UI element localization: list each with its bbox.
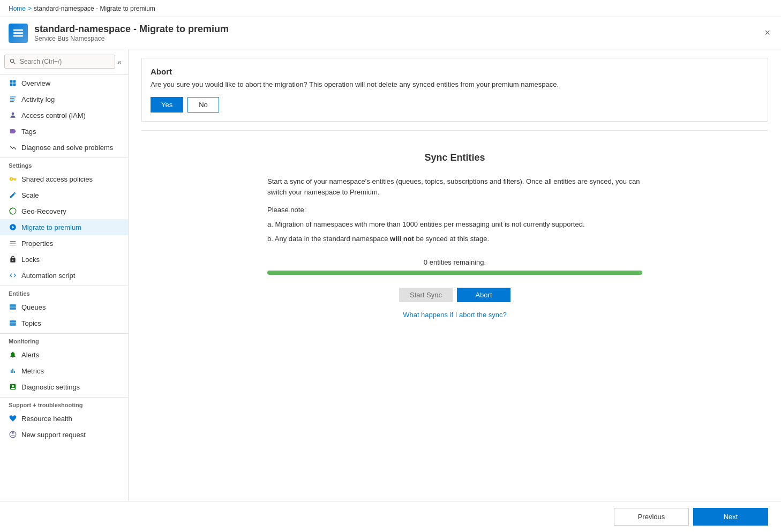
breadcrumb-home[interactable]: Home xyxy=(9,5,26,12)
sync-note-item-1: a. Migration of namespaces with more tha… xyxy=(267,218,642,230)
topbar: Home > standard-namespace - Migrate to p… xyxy=(0,0,781,17)
sidebar-item-resource-health[interactable]: Resource health xyxy=(0,410,128,426)
lock-icon xyxy=(9,255,17,264)
sidebar-item-tags[interactable]: Tags xyxy=(0,123,128,139)
svg-rect-16 xyxy=(10,320,16,321)
svg-rect-7 xyxy=(10,96,16,97)
topics-icon xyxy=(9,319,17,327)
svg-rect-0 xyxy=(13,29,23,31)
properties-icon xyxy=(9,239,17,248)
sync-note-label: Please note: xyxy=(267,206,642,214)
sidebar-item-scale[interactable]: Scale xyxy=(0,187,128,203)
sidebar-item-label: Diagnostic settings xyxy=(21,383,80,391)
sidebar-item-label: New support request xyxy=(21,431,86,439)
sidebar-item-label: Access control (IAM) xyxy=(21,111,86,119)
previous-button[interactable]: Previous xyxy=(614,508,689,526)
start-sync-button[interactable]: Start Sync xyxy=(399,288,453,302)
sidebar-item-label: Overview xyxy=(21,79,50,87)
svg-point-20 xyxy=(12,432,14,434)
search-input[interactable] xyxy=(4,55,115,69)
svg-rect-5 xyxy=(10,84,13,86)
svg-rect-4 xyxy=(13,80,16,83)
sidebar-item-diagnose[interactable]: Diagnose and solve problems xyxy=(0,139,128,155)
header-icon xyxy=(9,24,28,43)
breadcrumb-separator: > xyxy=(28,5,32,12)
diagnostic-icon xyxy=(9,383,17,391)
progress-bar xyxy=(267,271,642,275)
header-title: standard-namespace - Migrate to premium xyxy=(34,24,229,35)
sidebar-item-migrate[interactable]: Migrate to premium xyxy=(0,219,128,235)
sync-actions: Start Sync Abort xyxy=(267,288,642,302)
what-happens-link-container: What happens if I abort the sync? xyxy=(267,311,642,319)
migrate-icon xyxy=(9,223,17,231)
support-icon xyxy=(9,430,17,439)
queues-icon xyxy=(9,303,17,311)
abort-dialog: Abort Are you sure you would like to abo… xyxy=(141,58,768,122)
content-area: Abort Are you sure you would like to abo… xyxy=(129,49,781,501)
svg-rect-6 xyxy=(13,84,16,86)
key-icon xyxy=(9,175,17,183)
sidebar-item-diagnostic[interactable]: Diagnostic settings xyxy=(0,379,128,395)
sidebar-item-properties[interactable]: Properties xyxy=(0,235,128,251)
svg-rect-17 xyxy=(10,323,16,324)
sidebar-item-label: Resource health xyxy=(21,415,72,423)
sidebar-item-activity-log[interactable]: Activity log xyxy=(0,91,128,107)
settings-section-header: Settings xyxy=(0,158,128,171)
sidebar-item-access-control[interactable]: Access control (IAM) xyxy=(0,107,128,123)
header-bar: standard-namespace - Migrate to premium … xyxy=(0,17,781,49)
svg-rect-15 xyxy=(10,308,16,309)
svg-rect-10 xyxy=(10,101,14,102)
abort-no-button[interactable]: No xyxy=(187,97,219,113)
sidebar-item-label: Topics xyxy=(21,319,41,327)
next-button[interactable]: Next xyxy=(693,508,768,526)
sidebar-item-metrics[interactable]: Metrics xyxy=(0,363,128,379)
abort-dialog-title: Abort xyxy=(151,67,759,76)
abort-button[interactable]: Abort xyxy=(457,288,510,302)
alerts-icon xyxy=(9,350,17,359)
sidebar-item-locks[interactable]: Locks xyxy=(0,251,128,267)
sidebar-item-automation[interactable]: Automation script xyxy=(0,267,128,283)
monitoring-section-header: Monitoring xyxy=(0,333,128,347)
sidebar-item-alerts[interactable]: Alerts xyxy=(0,347,128,363)
automation-icon xyxy=(9,271,17,280)
sidebar-item-label: Activity log xyxy=(21,95,55,103)
abort-dialog-buttons: Yes No xyxy=(151,97,759,113)
abort-dialog-message: Are you sure you would like to abort the… xyxy=(151,80,759,88)
svg-rect-2 xyxy=(13,35,23,36)
svg-rect-14 xyxy=(10,306,16,308)
header-subtitle: Service Bus Namespace xyxy=(34,35,229,42)
sidebar-item-overview[interactable]: Overview xyxy=(0,75,128,91)
sidebar-item-shared-access[interactable]: Shared access policies xyxy=(0,171,128,187)
resource-health-icon xyxy=(9,414,17,423)
metrics-icon xyxy=(9,366,17,375)
breadcrumb: Home > standard-namespace - Migrate to p… xyxy=(9,5,155,12)
main-layout: « Overview Activity log Access control (… xyxy=(0,49,781,501)
what-happens-link[interactable]: What happens if I abort the sync? xyxy=(403,311,507,319)
sync-entities-title: Sync Entities xyxy=(141,152,768,163)
svg-point-11 xyxy=(12,113,14,115)
sidebar-item-queues[interactable]: Queues xyxy=(0,299,128,315)
sidebar-item-label: Metrics xyxy=(21,367,44,375)
collapse-button[interactable]: « xyxy=(115,56,124,69)
sync-note-item-2: b. Any data in the standard namespace wi… xyxy=(267,233,642,245)
sidebar-item-topics[interactable]: Topics xyxy=(0,315,128,331)
sidebar-item-label: Automation script xyxy=(21,272,75,280)
sidebar-item-label: Diagnose and solve problems xyxy=(21,144,113,152)
sync-notes: a. Migration of namespaces with more tha… xyxy=(267,218,642,245)
activity-log-icon xyxy=(9,95,17,103)
svg-rect-9 xyxy=(10,100,15,100)
sync-description: Start a sync of your namespace's entitie… xyxy=(267,176,642,197)
access-control-icon xyxy=(9,111,17,119)
svg-rect-3 xyxy=(10,80,13,83)
sync-body: Start a sync of your namespace's entitie… xyxy=(267,176,642,319)
svg-rect-1 xyxy=(13,32,23,34)
close-button[interactable]: × xyxy=(762,25,772,41)
sidebar-item-geo-recovery[interactable]: Geo-Recovery xyxy=(0,203,128,219)
abort-yes-button[interactable]: Yes xyxy=(151,97,183,113)
svg-rect-13 xyxy=(10,304,16,305)
overview-icon xyxy=(9,79,17,87)
sync-entities-section: Sync Entities Start a sync of your names… xyxy=(129,131,781,501)
support-section-header: Support + troubleshooting xyxy=(0,397,128,410)
header-text: standard-namespace - Migrate to premium … xyxy=(34,24,229,42)
sidebar-item-new-support[interactable]: New support request xyxy=(0,426,128,443)
